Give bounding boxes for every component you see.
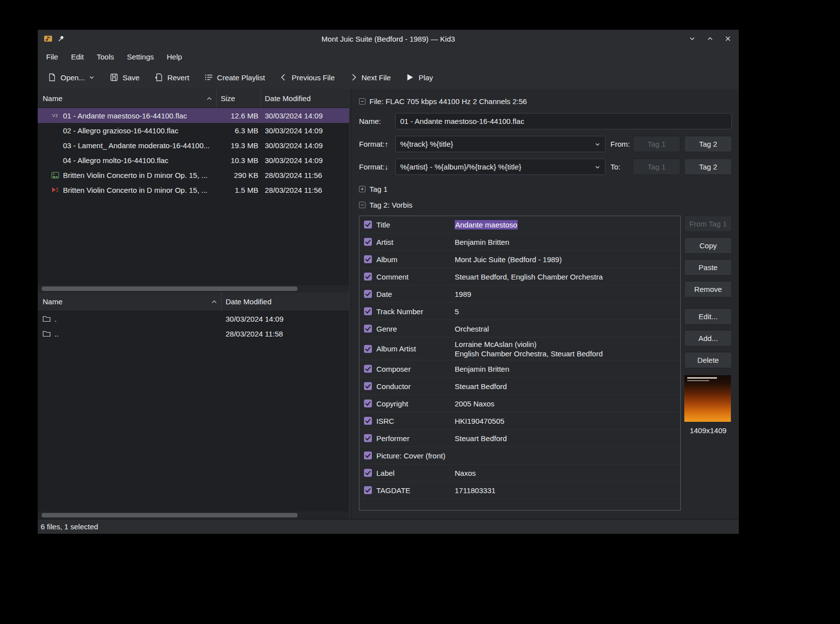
from-tag2-button[interactable]: Tag 2 xyxy=(684,136,732,152)
checkbox-checked[interactable] xyxy=(364,290,372,298)
tag-row-genre[interactable]: Genre Orchestral xyxy=(360,320,680,338)
play-button[interactable]: Play xyxy=(402,69,437,85)
tag-row-album-artist[interactable]: Album Artist Lorraine McAslan (violin) E… xyxy=(360,338,680,360)
checkbox-checked[interactable] xyxy=(364,486,372,494)
tag-row-artist[interactable]: Artist Benjamin Britten xyxy=(360,233,680,251)
titlebar[interactable]: Mont Juic Suite (Bedford - 1989) — Kid3 xyxy=(38,30,739,48)
checkbox-checked[interactable] xyxy=(364,345,372,353)
open-button[interactable]: Open... xyxy=(44,69,99,85)
file-row[interactable]: V201 - Andante maestoso-16-44100.flac 12… xyxy=(38,108,349,123)
play-label: Play xyxy=(419,73,433,82)
chevron-down-icon xyxy=(595,141,600,147)
playlist-file-icon xyxy=(51,187,59,193)
tag-row-title[interactable]: Title Andante maestoso xyxy=(360,216,680,233)
from-tag1-button[interactable]: Tag 1 xyxy=(633,136,680,152)
to-tag2-button[interactable]: Tag 2 xyxy=(684,159,732,175)
menu-settings[interactable]: Settings xyxy=(120,50,160,64)
pin-icon[interactable] xyxy=(58,35,64,42)
checkbox-checked[interactable] xyxy=(364,469,372,477)
dir-column-name[interactable]: Name xyxy=(38,292,222,311)
format-from-combobox[interactable]: %{track} %{title} xyxy=(395,136,605,152)
checkbox-checked[interactable] xyxy=(364,325,372,333)
album-art-thumbnail[interactable] xyxy=(684,375,731,422)
tag-row-picture[interactable]: Picture: Cover (front) xyxy=(360,447,680,464)
menu-tools[interactable]: Tools xyxy=(90,50,120,64)
delete-button[interactable]: Delete xyxy=(684,352,732,368)
paste-button[interactable]: Paste xyxy=(684,259,732,276)
edit-button[interactable]: Edit... xyxy=(684,308,732,325)
tag-row-isrc[interactable]: ISRC HKI190470505 xyxy=(360,412,680,430)
format-to-combobox[interactable]: %{artist} - %{album}/%{track} %{title} xyxy=(395,159,605,175)
tag2-header-text: Tag 2: Vorbis xyxy=(369,201,413,209)
checkbox-checked[interactable] xyxy=(364,452,372,459)
picture-size-label: 1409x1409 xyxy=(684,426,732,435)
checkbox-checked[interactable] xyxy=(364,255,372,263)
save-button[interactable]: Save xyxy=(106,69,143,85)
file-row[interactable]: 02 - Allegro grazioso-16-44100.flac 6.3 … xyxy=(38,123,349,138)
file-column-size[interactable]: Size xyxy=(217,89,261,108)
tag-row-conductor[interactable]: Conductor Steuart Bedford xyxy=(360,378,680,395)
tag-row-track-number[interactable]: Track Number 5 xyxy=(360,303,680,320)
previous-file-button[interactable]: Previous File xyxy=(276,70,339,85)
tag-row-label[interactable]: Label Naxos xyxy=(360,464,680,482)
dir-list-hscrollbar[interactable] xyxy=(38,511,349,519)
previous-file-label: Previous File xyxy=(292,73,335,82)
checkbox-checked[interactable] xyxy=(364,434,372,442)
tag1-section-header: + Tag 1 xyxy=(359,184,732,194)
menu-file[interactable]: File xyxy=(40,50,64,64)
create-playlist-button[interactable]: Create Playlist xyxy=(200,69,269,85)
tag-row-tagdate[interactable]: TAGDATE 1711803331 xyxy=(360,482,680,499)
format-down-label: Format:↓ xyxy=(359,163,395,171)
menu-help[interactable]: Help xyxy=(160,50,188,64)
checkbox-checked[interactable] xyxy=(364,365,372,373)
tag-panel: − File: FLAC 705 kbps 44100 Hz 2 Channel… xyxy=(351,89,739,519)
remove-button[interactable]: Remove xyxy=(684,281,732,297)
file-row[interactable]: 04 - Allegro molto-16-44100.flac 10.3 MB… xyxy=(38,153,349,168)
selected-text[interactable]: Andante maestoso xyxy=(455,220,518,229)
menu-edit[interactable]: Edit xyxy=(64,50,90,64)
tag-row-performer[interactable]: Performer Steuart Bedford xyxy=(360,430,680,447)
checkbox-checked[interactable] xyxy=(364,307,372,315)
close-icon[interactable] xyxy=(723,34,733,44)
filename-input[interactable] xyxy=(395,113,732,129)
add-button[interactable]: Add... xyxy=(684,330,732,346)
checkbox-checked[interactable] xyxy=(364,417,372,425)
dir-row[interactable]: . 30/03/2024 14:09 xyxy=(38,311,349,326)
chevron-down-icon xyxy=(595,164,600,170)
checkbox-checked[interactable] xyxy=(364,221,372,228)
kid3-window: Mont Juic Suite (Bedford - 1989) — Kid3 … xyxy=(38,30,739,534)
copy-button[interactable]: Copy xyxy=(684,237,732,254)
shade-icon[interactable] xyxy=(687,34,697,44)
checkbox-checked[interactable] xyxy=(364,382,372,390)
open-dropdown-icon[interactable] xyxy=(89,74,95,80)
from-tag1-copy-button[interactable]: From Tag 1 xyxy=(684,216,732,232)
tag-row-album[interactable]: Album Mont Juic Suite (Bedford - 1989) xyxy=(360,251,680,268)
checkbox-checked[interactable] xyxy=(364,273,372,281)
maximize-icon[interactable] xyxy=(705,34,715,44)
to-label: To: xyxy=(605,163,633,171)
file-row[interactable]: 03 - Lament_ Andante moderato-16-44100..… xyxy=(38,138,349,153)
tag2-actions: From Tag 1 Copy Paste Remove Edit... Add… xyxy=(684,216,732,511)
file-row[interactable]: Britten Violin Concerto in D minor Op. 1… xyxy=(38,182,349,197)
file-list-hscrollbar[interactable] xyxy=(38,285,349,292)
dir-row[interactable]: .. 28/03/2024 11:58 xyxy=(38,326,349,341)
tag-row-composer[interactable]: Composer Benjamin Britten xyxy=(360,360,680,378)
file-column-name[interactable]: Name xyxy=(38,89,217,108)
file-row[interactable]: Britten Violin Concerto in D minor Op. 1… xyxy=(38,168,349,182)
to-tag1-button[interactable]: Tag 1 xyxy=(633,159,680,175)
tag-row-date[interactable]: Date 1989 xyxy=(360,285,680,303)
checkbox-checked[interactable] xyxy=(364,399,372,407)
tag-row-comment[interactable]: Comment Steuart Bedford, English Chamber… xyxy=(360,268,680,285)
checkbox-checked[interactable] xyxy=(364,238,372,246)
scrollbar-thumb[interactable] xyxy=(42,286,298,291)
next-file-button[interactable]: Next File xyxy=(346,70,395,85)
collapse-icon[interactable]: − xyxy=(359,202,365,208)
revert-button[interactable]: Revert xyxy=(150,69,193,85)
file-column-date[interactable]: Date Modified xyxy=(261,89,349,108)
expand-icon[interactable]: + xyxy=(359,186,365,192)
dir-column-date[interactable]: Date Modified xyxy=(222,292,349,311)
tag-row-copyright[interactable]: Copyright 2005 Naxos xyxy=(360,395,680,412)
file-list-header: Name Size Date Modified xyxy=(38,89,349,108)
scrollbar-thumb[interactable] xyxy=(42,513,298,517)
collapse-icon[interactable]: − xyxy=(359,98,365,105)
